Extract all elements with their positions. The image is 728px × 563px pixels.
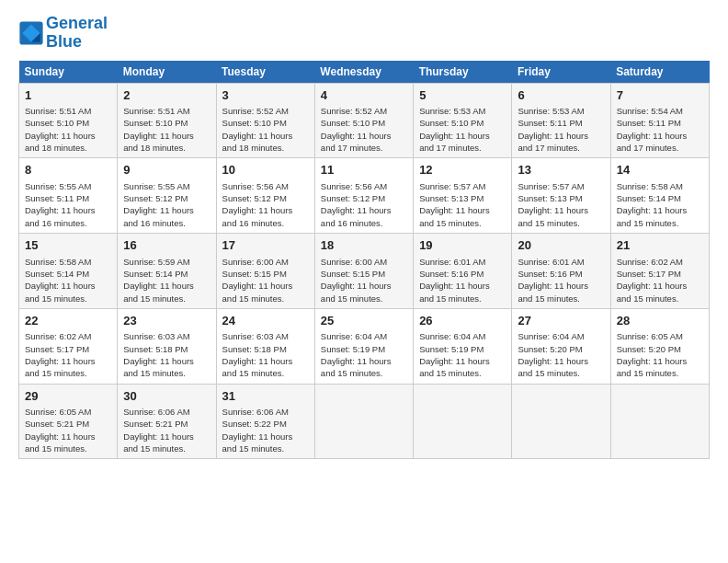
day-cell [314,384,413,459]
day-number: 18 [321,237,407,254]
day-info: Sunrise: 5:53 AM Sunset: 5:10 PM Dayligh… [419,105,506,154]
day-info: Sunrise: 5:57 AM Sunset: 5:13 PM Dayligh… [518,180,604,229]
day-info: Sunrise: 5:55 AM Sunset: 5:12 PM Dayligh… [123,180,210,229]
logo: General Blue [18,15,108,52]
day-cell: 17Sunrise: 6:00 AM Sunset: 5:15 PM Dayli… [216,234,314,309]
day-cell: 28Sunrise: 6:05 AM Sunset: 5:20 PM Dayli… [610,308,709,384]
day-cell: 2Sunrise: 5:51 AM Sunset: 5:10 PM Daylig… [118,83,216,158]
day-number: 10 [222,162,309,178]
day-info: Sunrise: 5:56 AM Sunset: 5:12 PM Dayligh… [222,180,309,229]
day-number: 8 [25,162,111,178]
day-number: 30 [123,388,210,405]
day-cell: 9Sunrise: 5:55 AM Sunset: 5:12 PM Daylig… [118,158,216,234]
day-info: Sunrise: 5:53 AM Sunset: 5:11 PM Dayligh… [518,105,604,154]
day-number: 4 [321,87,407,104]
day-info: Sunrise: 6:00 AM Sunset: 5:15 PM Dayligh… [321,256,407,304]
day-info: Sunrise: 5:52 AM Sunset: 5:10 PM Dayligh… [321,105,407,154]
day-info: Sunrise: 5:51 AM Sunset: 5:10 PM Dayligh… [123,105,210,154]
day-number: 21 [617,237,703,254]
day-info: Sunrise: 6:03 AM Sunset: 5:18 PM Dayligh… [222,330,309,379]
column-header-monday: Monday [118,61,216,84]
day-cell: 30Sunrise: 6:06 AM Sunset: 5:21 PM Dayli… [118,384,216,459]
day-number: 28 [617,313,703,329]
day-number: 9 [123,162,210,178]
day-cell: 10Sunrise: 5:56 AM Sunset: 5:12 PM Dayli… [216,158,314,234]
week-row-4: 22Sunrise: 6:02 AM Sunset: 5:17 PM Dayli… [19,308,710,384]
day-info: Sunrise: 6:06 AM Sunset: 5:21 PM Dayligh… [123,406,210,454]
day-cell: 25Sunrise: 6:04 AM Sunset: 5:19 PM Dayli… [314,308,413,384]
column-header-wednesday: Wednesday [314,61,413,84]
day-number: 17 [222,237,309,254]
day-number: 31 [222,388,309,405]
header: General Blue [18,15,710,52]
day-info: Sunrise: 5:59 AM Sunset: 5:14 PM Dayligh… [123,256,210,304]
day-number: 20 [518,237,604,254]
day-cell [512,384,610,459]
header-row: SundayMondayTuesdayWednesdayThursdayFrid… [19,61,710,84]
day-number: 13 [518,162,604,178]
day-number: 7 [617,87,703,104]
week-row-2: 8Sunrise: 5:55 AM Sunset: 5:11 PM Daylig… [19,158,710,234]
day-cell [610,384,709,459]
day-cell: 27Sunrise: 6:04 AM Sunset: 5:20 PM Dayli… [512,308,610,384]
day-number: 22 [25,313,111,329]
day-number: 16 [123,237,210,254]
day-info: Sunrise: 5:52 AM Sunset: 5:10 PM Dayligh… [222,105,309,154]
column-header-friday: Friday [512,61,610,84]
day-number: 25 [321,313,407,329]
day-cell: 5Sunrise: 5:53 AM Sunset: 5:10 PM Daylig… [414,83,512,158]
day-info: Sunrise: 5:58 AM Sunset: 5:14 PM Dayligh… [25,256,111,304]
day-number: 19 [419,237,506,254]
day-number: 29 [25,388,111,405]
page-container: General Blue SundayMondayTuesdayWednesda… [0,0,728,468]
day-cell: 23Sunrise: 6:03 AM Sunset: 5:18 PM Dayli… [118,308,216,384]
column-header-thursday: Thursday [414,61,512,84]
day-cell: 26Sunrise: 6:04 AM Sunset: 5:19 PM Dayli… [414,308,512,384]
day-cell: 20Sunrise: 6:01 AM Sunset: 5:16 PM Dayli… [512,234,610,309]
day-cell: 8Sunrise: 5:55 AM Sunset: 5:11 PM Daylig… [19,158,118,234]
day-number: 12 [419,162,506,178]
day-cell: 12Sunrise: 5:57 AM Sunset: 5:13 PM Dayli… [414,158,512,234]
day-number: 23 [123,313,210,329]
day-info: Sunrise: 5:57 AM Sunset: 5:13 PM Dayligh… [419,180,506,229]
day-cell: 18Sunrise: 6:00 AM Sunset: 5:15 PM Dayli… [314,234,413,309]
day-cell: 1Sunrise: 5:51 AM Sunset: 5:10 PM Daylig… [19,83,118,158]
day-info: Sunrise: 6:04 AM Sunset: 5:20 PM Dayligh… [518,330,604,379]
day-cell: 3Sunrise: 5:52 AM Sunset: 5:10 PM Daylig… [216,83,314,158]
day-number: 5 [419,87,506,104]
day-number: 15 [25,237,111,254]
day-info: Sunrise: 5:54 AM Sunset: 5:11 PM Dayligh… [617,105,703,154]
day-info: Sunrise: 6:05 AM Sunset: 5:20 PM Dayligh… [617,330,703,379]
logo-icon [18,20,44,46]
day-number: 2 [123,87,210,104]
day-info: Sunrise: 6:02 AM Sunset: 5:17 PM Dayligh… [25,330,111,379]
day-number: 6 [518,87,604,104]
day-number: 11 [321,162,407,178]
day-number: 14 [617,162,703,178]
day-cell: 7Sunrise: 5:54 AM Sunset: 5:11 PM Daylig… [610,83,709,158]
day-number: 1 [25,87,111,104]
day-info: Sunrise: 5:58 AM Sunset: 5:14 PM Dayligh… [617,180,703,229]
day-cell: 13Sunrise: 5:57 AM Sunset: 5:13 PM Dayli… [512,158,610,234]
column-header-saturday: Saturday [610,61,709,84]
day-cell: 31Sunrise: 6:06 AM Sunset: 5:22 PM Dayli… [216,384,314,459]
day-info: Sunrise: 6:05 AM Sunset: 5:21 PM Dayligh… [25,406,111,454]
day-info: Sunrise: 6:03 AM Sunset: 5:18 PM Dayligh… [123,330,210,379]
column-header-tuesday: Tuesday [216,61,314,84]
day-info: Sunrise: 6:00 AM Sunset: 5:15 PM Dayligh… [222,256,309,304]
day-cell: 22Sunrise: 6:02 AM Sunset: 5:17 PM Dayli… [19,308,118,384]
day-info: Sunrise: 6:01 AM Sunset: 5:16 PM Dayligh… [518,256,604,304]
day-cell: 29Sunrise: 6:05 AM Sunset: 5:21 PM Dayli… [19,384,118,459]
day-info: Sunrise: 6:04 AM Sunset: 5:19 PM Dayligh… [321,330,407,379]
logo-text: General Blue [46,15,108,52]
day-number: 27 [518,313,604,329]
day-cell: 15Sunrise: 5:58 AM Sunset: 5:14 PM Dayli… [19,234,118,309]
day-info: Sunrise: 6:01 AM Sunset: 5:16 PM Dayligh… [419,256,506,304]
week-row-5: 29Sunrise: 6:05 AM Sunset: 5:21 PM Dayli… [19,384,710,459]
day-cell: 16Sunrise: 5:59 AM Sunset: 5:14 PM Dayli… [118,234,216,309]
day-cell: 6Sunrise: 5:53 AM Sunset: 5:11 PM Daylig… [512,83,610,158]
day-number: 24 [222,313,309,329]
day-cell: 4Sunrise: 5:52 AM Sunset: 5:10 PM Daylig… [314,83,413,158]
column-header-sunday: Sunday [19,61,118,84]
week-row-1: 1Sunrise: 5:51 AM Sunset: 5:10 PM Daylig… [19,83,710,158]
